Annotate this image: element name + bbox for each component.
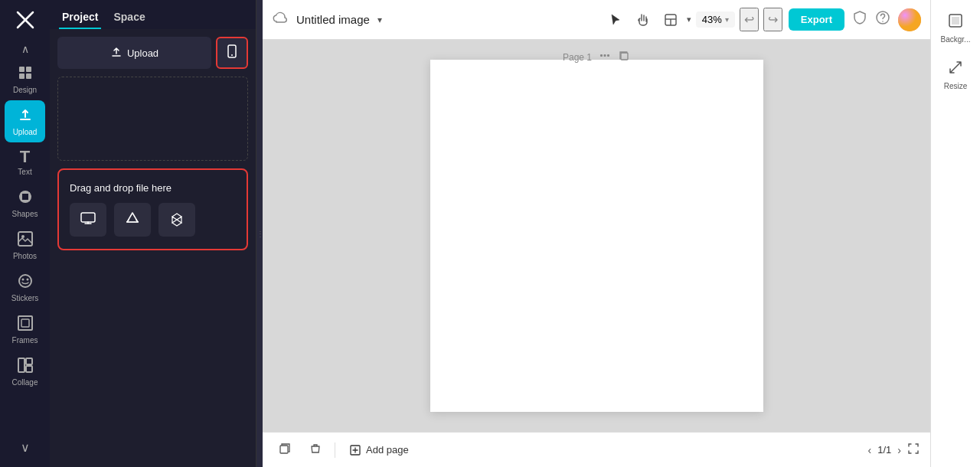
svg-rect-4 <box>19 73 24 79</box>
right-panel: Backgr... Resize <box>930 0 980 467</box>
sidebar-item-collage[interactable]: Collage <box>0 351 50 393</box>
panel-drag-handle[interactable]: ⋮ <box>256 0 263 467</box>
mobile-upload-button[interactable] <box>216 37 248 69</box>
sidebar-item-frames[interactable]: Frames <box>0 309 50 351</box>
background-tool[interactable]: Backgr... <box>934 6 977 50</box>
svg-rect-32 <box>952 17 959 24</box>
chevron-down-icon: ∨ <box>21 441 30 454</box>
drag-drop-source-icons <box>70 203 236 237</box>
collage-icon <box>17 357 34 376</box>
svg-point-12 <box>26 279 28 281</box>
delete-page-button[interactable] <box>304 439 327 462</box>
svg-point-10 <box>19 275 31 287</box>
sidebar-expand-down[interactable]: ∨ <box>15 434 36 461</box>
upload-bar: Upload <box>57 37 248 69</box>
sidebar-item-upload[interactable]: Upload <box>5 100 45 142</box>
sidebar-item-text[interactable]: T Text <box>0 142 50 182</box>
svg-rect-27 <box>607 54 609 57</box>
toolbar: Untitled image ▾ <box>263 0 930 40</box>
toolbar-left: Untitled image ▾ <box>272 9 598 30</box>
page-label: Page 1 <box>563 49 630 65</box>
resize-icon <box>947 59 964 80</box>
svg-point-19 <box>231 54 233 56</box>
undo-button[interactable]: ↩ <box>740 8 759 31</box>
title-dropdown-icon[interactable]: ▾ <box>377 15 382 25</box>
panel-tabs: Project Space <box>50 0 256 29</box>
stickers-icon <box>17 273 34 292</box>
page-copy-icon[interactable] <box>618 50 630 64</box>
background-icon <box>947 12 964 33</box>
sidebar-item-label-shapes: Shapes <box>12 210 38 218</box>
text-icon: T <box>20 149 30 165</box>
device-upload-button[interactable] <box>70 203 106 237</box>
zoom-chevron-icon: ▾ <box>725 15 729 24</box>
toolbar-center: ▾ 43% ▾ ↩ ↪ <box>604 8 782 31</box>
sidebar-item-label-design: Design <box>13 86 37 94</box>
google-drive-upload-button[interactable] <box>114 203 151 237</box>
fit-page-button[interactable] <box>907 443 920 458</box>
canvas-page[interactable] <box>430 60 763 412</box>
svg-rect-28 <box>621 53 628 60</box>
tab-project[interactable]: Project <box>59 6 101 29</box>
bottom-divider <box>335 443 335 458</box>
left-panel: Project Space Upload <box>50 0 256 467</box>
page-label-text: Page 1 <box>563 52 592 63</box>
resize-tool[interactable]: Resize <box>934 53 977 96</box>
drive-icon <box>124 210 141 230</box>
svg-rect-14 <box>21 319 29 327</box>
sidebar-item-label-collage: Collage <box>12 378 38 387</box>
redo-button[interactable]: ↪ <box>763 8 782 31</box>
shield-icon[interactable] <box>852 10 867 29</box>
svg-rect-20 <box>81 213 95 222</box>
resize-label: Resize <box>944 82 968 90</box>
device-icon <box>80 210 96 230</box>
sidebar-collapse-up[interactable]: ∧ <box>0 40 50 58</box>
svg-rect-26 <box>604 54 606 57</box>
sidebar-item-label-upload: Upload <box>13 128 38 136</box>
pointer-tool-button[interactable] <box>604 10 627 30</box>
sidebar-item-label-text: Text <box>18 168 31 176</box>
panel-content: Upload Drag and drop file here <box>50 29 256 467</box>
sidebar-item-stickers[interactable]: Stickers <box>0 266 50 309</box>
add-page-button[interactable]: Add page <box>343 441 415 459</box>
help-icon[interactable] <box>875 10 890 29</box>
zoom-control[interactable]: 43% ▾ <box>696 11 735 28</box>
chevron-up-icon: ∧ <box>21 43 29 55</box>
tab-space[interactable]: Space <box>110 6 148 29</box>
hand-tool-button[interactable] <box>632 10 655 30</box>
next-page-button[interactable]: › <box>897 444 901 456</box>
layout-tool-button[interactable] <box>659 10 682 30</box>
export-button[interactable]: Export <box>789 8 844 31</box>
bottom-bar: Add page ‹ 1/1 › <box>263 432 930 467</box>
zoom-value: 43% <box>702 14 722 25</box>
page-navigation: ‹ 1/1 › <box>868 443 920 458</box>
layout-chevron-icon[interactable]: ▾ <box>687 15 691 24</box>
svg-rect-16 <box>26 358 32 364</box>
document-title: Untitled image <box>296 13 370 26</box>
svg-point-24 <box>898 8 921 31</box>
page-count: 1/1 <box>877 444 891 456</box>
dropbox-icon <box>168 210 185 230</box>
app-logo[interactable] <box>11 6 39 34</box>
sidebar-item-label-photos: Photos <box>13 252 37 260</box>
page-options-icon[interactable] <box>598 49 612 65</box>
toolbar-right: Export <box>789 8 921 31</box>
user-avatar[interactable] <box>898 8 921 31</box>
canvas-area[interactable]: Page 1 <box>263 40 930 432</box>
duplicate-page-button[interactable] <box>273 439 296 462</box>
svg-point-11 <box>21 279 24 281</box>
add-page-label: Add page <box>366 444 409 456</box>
svg-rect-7 <box>21 193 29 201</box>
svg-rect-25 <box>600 54 603 57</box>
dropbox-upload-button[interactable] <box>158 203 195 237</box>
sidebar-item-photos[interactable]: Photos <box>0 224 50 266</box>
sidebar-item-shapes[interactable]: Shapes <box>0 182 50 224</box>
frames-icon <box>17 315 34 334</box>
svg-rect-15 <box>18 358 24 372</box>
drag-drop-area[interactable]: Drag and drop file here <box>57 168 248 250</box>
sidebar-item-design[interactable]: Design <box>0 58 50 100</box>
upload-button[interactable]: Upload <box>57 37 211 69</box>
svg-rect-29 <box>280 446 288 453</box>
cloud-save-icon <box>272 9 289 30</box>
prev-page-button[interactable]: ‹ <box>868 444 872 456</box>
